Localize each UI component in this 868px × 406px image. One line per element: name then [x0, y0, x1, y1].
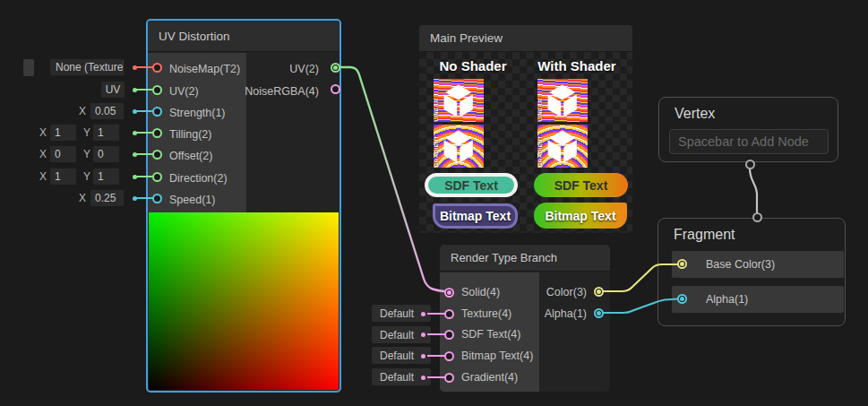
port-label-color-out: Color(3) — [546, 285, 587, 299]
port-label-noisemap: NoiseMap(T2) — [169, 62, 240, 76]
unity-cube-icon — [440, 129, 477, 163]
sdf-text-preview-withshader: SDF Text — [534, 173, 628, 197]
offset-x-value: 0 — [55, 148, 61, 160]
shader-graph-canvas[interactable]: UV Distortion NoiseMap(T2) UV(2) Strengt… — [0, 0, 868, 406]
vertex-out-connector[interactable] — [745, 160, 755, 169]
port-label-bitmap-text: Bitmap Text(4) — [461, 349, 533, 363]
texture-row2-label: GRADIENT — [434, 135, 440, 167]
port-label-uv-out: UV(2) — [289, 62, 319, 76]
main-preview-header[interactable]: Main Preview — [419, 25, 632, 52]
offset-y-value: 0 — [98, 148, 104, 160]
tilling-x-value: 1 — [55, 126, 61, 139]
dot-noisemap — [133, 65, 137, 70]
socket-base-color[interactable] — [677, 259, 687, 269]
uv-distortion-title: UV Distortion — [159, 30, 230, 43]
fragment-title: Fragment — [674, 227, 735, 243]
socket-strength[interactable] — [152, 107, 162, 117]
texture-row1-label: LINEAR — [434, 99, 440, 121]
dot-default-gradient — [421, 376, 425, 380]
socket-noisergba-out[interactable] — [331, 84, 340, 94]
uv-distortion-node[interactable]: UV Distortion NoiseMap(T2) UV(2) Strengt… — [146, 19, 341, 393]
default-label: Default — [380, 371, 414, 384]
uv-channel-value: UV — [106, 83, 121, 96]
fragment-node[interactable]: Fragment Base Color(3) Alpha(1) — [657, 218, 846, 326]
uv-distortion-header[interactable]: UV Distortion — [148, 21, 339, 52]
socket-texture[interactable] — [444, 309, 454, 319]
noisemap-object-field[interactable]: None (Texture ⊙ — [49, 58, 125, 76]
socket-direction[interactable] — [152, 172, 162, 182]
strength-value: 0.05 — [95, 105, 116, 117]
branch-header[interactable]: Render Type Branch — [440, 245, 610, 272]
port-label-offset: Offset(2) — [169, 149, 212, 163]
object-picker-icon[interactable]: ⊙ — [123, 59, 125, 75]
wire-vertex-to-fragment — [750, 168, 757, 212]
direction-y-label: Y — [83, 168, 90, 186]
uv-channel-field[interactable]: UV — [100, 81, 125, 99]
fragment-slot-alpha[interactable]: Alpha(1) — [672, 286, 844, 313]
socket-noisemap[interactable] — [152, 63, 162, 73]
port-label-noisergba-out: NoiseRGBA(4) — [245, 84, 319, 99]
speed-value: 0.25 — [95, 192, 116, 204]
dot-uv — [133, 88, 137, 92]
speed-x-label: X — [79, 189, 86, 207]
port-label-alpha-out: Alpha(1) — [545, 307, 587, 321]
socket-solid[interactable] — [444, 288, 454, 298]
default-label: Default — [380, 307, 414, 320]
texture-preview-withshader-gradient: GRADIENT — [537, 125, 588, 168]
dot-offset — [133, 152, 137, 157]
sdf-text-label: SDF Text — [444, 178, 498, 193]
strength-field[interactable]: 0.05 — [90, 102, 125, 120]
dot-default-texture — [421, 312, 425, 316]
texture-preview-noshader-linear: LINEAR — [434, 79, 484, 122]
socket-alpha-out[interactable] — [594, 308, 604, 318]
direction-y-field[interactable]: 1 — [92, 168, 120, 186]
tilling-y-field[interactable]: 1 — [92, 124, 120, 142]
port-label-direction: Direction(2) — [169, 171, 228, 186]
port-label-uv-in: UV(2) — [169, 84, 199, 99]
port-label-tilling: Tilling(2) — [169, 127, 211, 142]
unity-cube-icon — [440, 83, 477, 117]
add-node-hint-box[interactable]: Spacebar to Add Node — [669, 129, 829, 154]
fragment-in-connector[interactable] — [752, 212, 762, 222]
tilling-y-label: Y — [83, 124, 90, 142]
offset-y-field[interactable]: 0 — [92, 145, 120, 163]
socket-tilling[interactable] — [152, 128, 162, 138]
direction-y-value: 1 — [98, 170, 104, 183]
strength-x-label: X — [79, 102, 86, 120]
dot-strength — [133, 109, 137, 114]
dot-tilling — [133, 131, 137, 135]
port-label-sdf-text: SDF Text(4) — [461, 327, 520, 341]
port-label-speed: Speed(1) — [169, 193, 215, 207]
unity-cube-icon — [544, 129, 580, 163]
socket-fragment-alpha[interactable] — [677, 294, 687, 304]
render-type-branch-node[interactable]: Render Type Branch Solid(4) Texture(4) S… — [440, 245, 610, 392]
tilling-y-value: 1 — [98, 126, 104, 139]
fragment-slot-base-color[interactable]: Base Color(3) — [672, 251, 844, 278]
speed-field[interactable]: 0.25 — [90, 189, 125, 207]
socket-offset[interactable] — [152, 150, 162, 160]
vertex-node[interactable]: Vertex Spacebar to Add Node — [658, 97, 838, 162]
socket-gradient[interactable] — [444, 373, 454, 383]
socket-color-out[interactable] — [594, 287, 604, 297]
bitmap-text-preview-noshader: Bitmap Text — [433, 203, 518, 229]
direction-x-field[interactable]: 1 — [49, 168, 77, 186]
socket-sdf-text[interactable] — [444, 330, 454, 340]
port-label-texture: Texture(4) — [461, 307, 511, 321]
port-label-strength: Strength(1) — [169, 106, 226, 120]
dot-speed — [133, 196, 137, 201]
dot-direction — [133, 175, 137, 179]
socket-uv-in[interactable] — [152, 85, 162, 95]
main-preview-panel[interactable]: Main Preview No Shader With Shader LINEA… — [419, 25, 632, 233]
socket-speed[interactable] — [152, 194, 162, 203]
tilling-x-field[interactable]: 1 — [49, 124, 77, 142]
bitmap-text-label: Bitmap Text — [440, 209, 511, 223]
bitmap-text-preview-withshader: Bitmap Text — [534, 203, 627, 229]
socket-uv-out[interactable] — [331, 63, 340, 73]
port-label-solid: Solid(4) — [461, 285, 500, 299]
texture-preview-stub[interactable] — [23, 59, 34, 76]
offset-x-field[interactable]: 0 — [49, 145, 77, 163]
socket-bitmap-text[interactable] — [444, 351, 454, 361]
default-label: Default — [380, 329, 414, 341]
texture-preview-noshader-gradient: GRADIENT — [434, 125, 484, 168]
tilling-x-label: X — [39, 124, 47, 142]
